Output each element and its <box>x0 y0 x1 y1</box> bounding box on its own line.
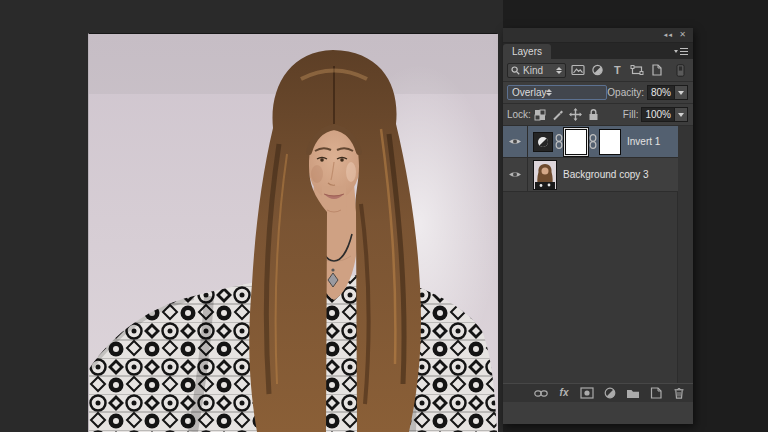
layers-list: Invert 1 <box>503 126 693 402</box>
layer-row-background-copy-3[interactable]: Background copy 3 <box>503 158 678 192</box>
close-panel-icon[interactable]: ✕ <box>679 31 686 39</box>
chevron-updown-icon <box>546 89 552 96</box>
portrait-photo <box>89 34 498 432</box>
lock-row: Lock: <box>503 104 693 126</box>
filter-pixel-layers-icon[interactable] <box>569 63 586 78</box>
opacity-value[interactable]: 80% <box>647 85 675 100</box>
panel-window-header: ◄◄ ✕ <box>503 28 693 43</box>
filter-adjustment-layers-icon[interactable] <box>589 63 606 78</box>
panel-tab-bar: Layers <box>503 43 693 59</box>
lock-label: Lock: <box>507 109 531 120</box>
layer-filter-row: Kind T <box>503 59 693 82</box>
filter-type-layers-icon[interactable]: T <box>609 63 626 78</box>
lock-position-icon[interactable] <box>568 107 584 122</box>
layers-panel: ◄◄ ✕ Layers Kind <box>503 28 693 424</box>
scrollbar-track[interactable] <box>677 126 693 402</box>
layer-mask-thumbnail[interactable] <box>565 129 587 155</box>
add-layer-mask-icon[interactable] <box>580 387 594 400</box>
blend-mode-value: Overlay <box>512 87 546 98</box>
invert-adjustment-thumbnail[interactable] <box>533 132 553 152</box>
lock-all-icon[interactable] <box>586 107 602 122</box>
tab-layers[interactable]: Layers <box>503 44 551 59</box>
layer-name[interactable]: Background copy 3 <box>563 169 649 180</box>
layers-panel-toolbar: fx <box>503 383 693 402</box>
fill-value[interactable]: 100% <box>641 107 675 122</box>
delete-layer-icon[interactable] <box>672 387 686 400</box>
collapse-to-icons-icon[interactable]: ◄◄ <box>662 32 672 38</box>
layer-row-invert-1[interactable]: Invert 1 <box>503 126 678 158</box>
eye-icon <box>508 170 522 179</box>
add-layer-style-icon[interactable]: fx <box>557 387 571 400</box>
filter-kind-label: Kind <box>523 65 553 76</box>
blend-row: Overlay Opacity: 80% <box>503 82 693 104</box>
filter-shape-layers-icon[interactable] <box>629 63 646 78</box>
fill-label: Fill: <box>623 109 639 120</box>
link-layers-icon[interactable] <box>534 387 548 400</box>
panel-menu-icon[interactable] <box>674 47 688 56</box>
layer-name[interactable]: Invert 1 <box>627 136 660 147</box>
search-icon <box>511 66 520 75</box>
fill-dropdown-icon[interactable] <box>675 107 688 122</box>
document-canvas[interactable] <box>88 33 497 432</box>
filter-kind-select[interactable]: Kind <box>507 63 566 78</box>
eye-icon <box>508 137 522 146</box>
vector-mask-thumbnail[interactable] <box>599 129 621 155</box>
new-layer-icon[interactable] <box>649 387 663 400</box>
visibility-toggle[interactable] <box>503 158 528 191</box>
filter-smart-objects-icon[interactable] <box>648 63 665 78</box>
new-adjustment-layer-icon[interactable] <box>603 387 617 400</box>
opacity-dropdown-icon[interactable] <box>675 85 688 100</box>
filtering-toggle-icon[interactable] <box>672 63 689 78</box>
layer-thumbnail[interactable] <box>533 160 557 190</box>
link-icon[interactable] <box>589 134 597 149</box>
visibility-toggle[interactable] <box>503 126 528 157</box>
link-icon[interactable] <box>555 134 563 149</box>
chevron-updown-icon <box>556 67 562 74</box>
lock-image-pixels-icon[interactable] <box>550 107 566 122</box>
photoshop-window: ◄◄ ✕ Layers Kind <box>0 0 768 432</box>
opacity-label: Opacity: <box>607 87 644 98</box>
blend-mode-select[interactable]: Overlay <box>507 85 607 100</box>
new-group-icon[interactable] <box>626 387 640 400</box>
lock-transparent-pixels-icon[interactable] <box>532 107 548 122</box>
